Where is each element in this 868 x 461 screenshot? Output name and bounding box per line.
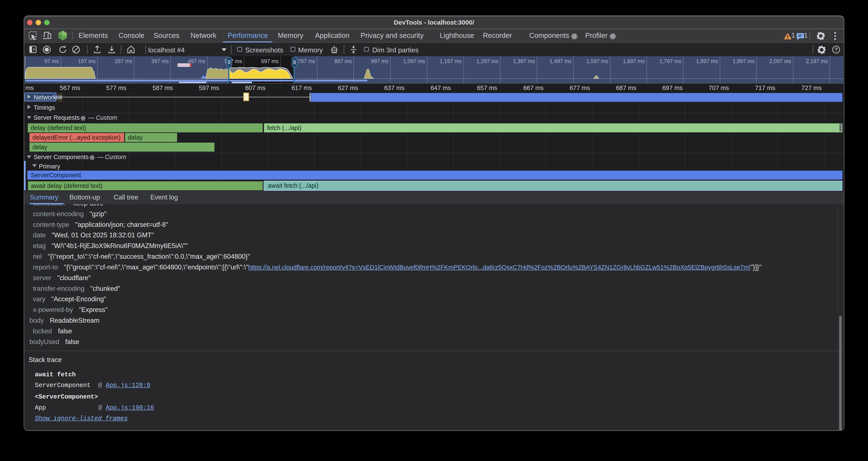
svg-text:?: ? (835, 47, 838, 52)
